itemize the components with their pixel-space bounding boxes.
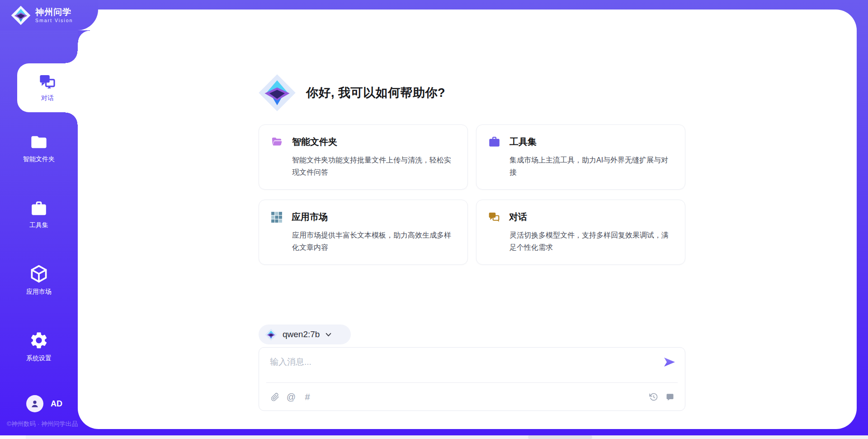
sidebar-item-label: 工具集	[29, 221, 48, 229]
diamond-logo-icon	[11, 5, 31, 25]
app-name: 神州问学	[35, 7, 73, 17]
composer-toolbar: @ #	[269, 387, 676, 406]
message-icon	[665, 392, 675, 401]
card-title: 工具集	[509, 136, 537, 148]
card-smart-folder[interactable]: 智能文件夹 智能文件夹功能支持批量文件上传与清洗，轻松实现文件问答	[259, 124, 468, 190]
card-description: 灵活切换多模型文件，支持多样回复效果调试，满足个性化需求	[509, 229, 674, 253]
app-logo: 神州问学 Smart Vision	[11, 5, 73, 25]
sidebar-item-label: 应用市场	[26, 288, 52, 296]
sidebar-item-app-market[interactable]: 应用市场	[0, 264, 78, 296]
sidebar-item-label: 对话	[41, 94, 54, 102]
sidebar-item-label: 系统设置	[26, 354, 52, 363]
gear-icon	[29, 330, 49, 350]
diamond-logo-icon	[265, 329, 277, 341]
folder-icon	[30, 133, 48, 151]
card-title: 应用市场	[292, 211, 328, 223]
cube-icon	[29, 264, 49, 284]
sidebar-item-chat[interactable]: 对话	[17, 63, 78, 112]
mention-button[interactable]: @	[285, 391, 297, 403]
horizontal-scrollbar	[0, 435, 868, 439]
attach-button[interactable]	[269, 391, 281, 403]
card-title: 对话	[509, 211, 527, 223]
card-title: 智能文件夹	[292, 136, 337, 148]
history-button[interactable]	[648, 391, 660, 403]
greeting-row: 你好, 我可以如何帮助你?	[258, 73, 445, 113]
sidebar-footer: ©神州数码 · 神州问学出品	[7, 420, 78, 428]
composer: @ #	[259, 347, 685, 411]
card-description: 集成市场上主流工具，助力AI与外界无缝扩展与对接	[509, 154, 674, 178]
card-app-market[interactable]: 应用市场 应用市场提供丰富长文本模板，助力高效生成多样化文章内容	[259, 200, 468, 265]
chat-icon	[39, 73, 56, 91]
card-toolset[interactable]: 工具集 集成市场上主流工具，助力AI与外界无缝扩展与对接	[476, 124, 685, 190]
sidebar-item-label: 智能文件夹	[23, 155, 55, 163]
user-account[interactable]: AD	[26, 395, 62, 412]
card-description: 应用市场提供丰富长文本模板，助力高效生成多样化文章内容	[292, 229, 457, 253]
greeting-title: 你好, 我可以如何帮助你?	[306, 85, 445, 101]
send-icon	[664, 357, 675, 367]
message-input[interactable]	[270, 356, 650, 368]
briefcase-icon	[30, 200, 47, 217]
hash-icon: #	[305, 392, 310, 401]
card-description: 智能文件夹功能支持批量文件上传与清洗，轻松实现文件问答	[292, 154, 457, 178]
sidebar: 神州问学 Smart Vision 对话 智能文件夹	[0, 0, 78, 439]
sidebar-item-toolset[interactable]: 工具集	[0, 200, 78, 229]
scrollbar-thumb[interactable]	[528, 435, 592, 439]
card-chat[interactable]: 对话 灵活切换多模型文件，支持多样回复效果调试，满足个性化需求	[476, 200, 685, 265]
person-icon	[30, 399, 40, 409]
app-page: 你好, 我可以如何帮助你? 智能文件夹 智能文件夹功能支持批量文件上传与清洗，轻…	[0, 0, 868, 439]
at-icon: @	[287, 392, 296, 401]
composer-divider	[266, 382, 678, 383]
grid-icon	[271, 211, 283, 223]
chat-icon	[488, 211, 500, 223]
folder-open-icon	[271, 136, 283, 148]
logo-flare	[78, 30, 90, 43]
history-icon	[649, 392, 658, 401]
avatar	[26, 395, 43, 412]
send-button[interactable]	[663, 357, 676, 367]
user-initials: AD	[51, 399, 62, 409]
model-name: qwen2:7b	[283, 329, 320, 339]
message-mode-button[interactable]	[664, 391, 676, 403]
sidebar-item-settings[interactable]: 系统设置	[0, 330, 78, 363]
sidebar-item-smart-folder[interactable]: 智能文件夹	[0, 133, 78, 163]
briefcase-icon	[488, 136, 500, 148]
feature-cards: 智能文件夹 智能文件夹功能支持批量文件上传与清洗，轻松实现文件问答 工具集 集成…	[259, 124, 685, 265]
main-panel: 你好, 我可以如何帮助你? 智能文件夹 智能文件夹功能支持批量文件上传与清洗，轻…	[78, 10, 857, 429]
brand-diamond-icon	[258, 73, 296, 113]
paperclip-icon	[271, 393, 279, 401]
app-subtitle: Smart Vision	[35, 17, 73, 24]
model-selector[interactable]: qwen2:7b	[259, 324, 351, 344]
hashtag-button[interactable]: #	[302, 391, 313, 403]
chevron-down-icon	[325, 331, 332, 338]
